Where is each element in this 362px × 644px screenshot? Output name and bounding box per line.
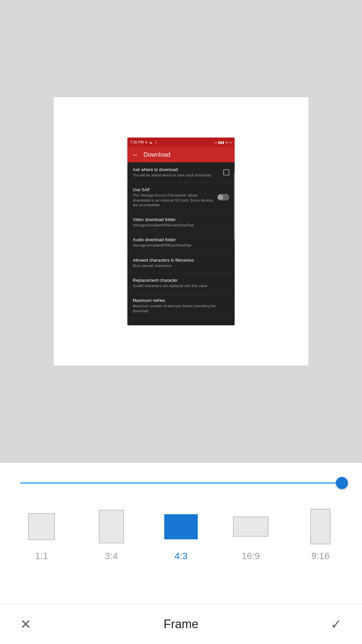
bottom-bar: ✕ Frame ✓	[0, 604, 362, 644]
app-toolbar: ← Download	[127, 147, 235, 162]
settings-item-title-audio: Audio download folder	[133, 237, 226, 242]
scrollbar	[234, 162, 235, 325]
aspect-item-16-9[interactable]: 16:9	[231, 506, 271, 561]
settings-item-ask-where[interactable]: Ask where to download You will be asked …	[127, 162, 235, 182]
status-refresh-icon: ↻	[145, 141, 148, 144]
frame-title: Frame	[164, 617, 198, 631]
aspect-item-4-3[interactable]: 4:3	[161, 506, 201, 561]
cancel-button[interactable]: ✕	[20, 616, 32, 632]
settings-item-content-audio: Audio download folder /storage/emulated/…	[133, 237, 229, 248]
aspect-box-wrapper-4-3	[161, 506, 201, 547]
toolbar-title: Download	[143, 151, 170, 158]
aspect-box-16-9	[233, 517, 268, 537]
settings-item-content-chars: Allowed characters in filenames Most spe…	[133, 258, 229, 268]
phone-screenshot: 7:36 PM ↻ ▲ ☽ ▭ ▮▮▮ ≋ ▭ ← Download	[127, 138, 235, 325]
aspect-box-4-3	[164, 514, 198, 539]
aspect-item-9-16[interactable]: 9:16	[300, 506, 341, 561]
bottom-controls: 1:1 3:4 4:3 16:9 9:1	[0, 463, 362, 644]
settings-item-audio-folder[interactable]: Audio download folder /storage/emulated/…	[127, 232, 235, 253]
aspect-box-1-1	[28, 513, 55, 540]
confirm-button[interactable]: ✓	[330, 616, 342, 632]
settings-item-subtitle-replace: Invalid characters are replaced with thi…	[133, 283, 226, 288]
aspect-box-wrapper-3-4	[91, 506, 131, 547]
settings-item-title-video: Video download folder	[133, 217, 226, 222]
status-cast-icon: ▭	[214, 141, 217, 144]
status-bar: 7:36 PM ↻ ▲ ☽ ▭ ▮▮▮ ≋ ▭	[127, 138, 235, 147]
settings-item-content: Ask where to download You will be asked …	[133, 167, 223, 177]
settings-item-title-retries: Maximum retries	[133, 298, 226, 303]
settings-item-title-chars: Allowed characters in filenames	[133, 258, 226, 263]
aspect-item-3-4[interactable]: 3:4	[91, 506, 131, 561]
aspect-label-1-1: 1:1	[35, 551, 48, 561]
ask-where-checkbox[interactable]	[223, 169, 229, 175]
settings-item-max-retries[interactable]: Maximum retries Maximum number of attemp…	[127, 293, 235, 318]
settings-item-title-saf: Use SAF	[133, 187, 214, 192]
aspect-label-4-3: 4:3	[175, 551, 188, 561]
canvas-area: 7:36 PM ↻ ▲ ☽ ▭ ▮▮▮ ≋ ▭ ← Download	[0, 0, 362, 463]
settings-item-subtitle-saf: The 'Storage Access Framework' allows do…	[133, 193, 214, 207]
settings-item-title-replace: Replacement character	[133, 278, 226, 283]
preview-frame: 7:36 PM ↻ ▲ ☽ ▭ ▮▮▮ ≋ ▭ ← Download	[54, 97, 308, 366]
settings-item-use-saf[interactable]: Use SAF The 'Storage Access Framework' a…	[127, 182, 235, 212]
status-battery-icon: ▭	[229, 141, 232, 144]
settings-item-content-saf: Use SAF The 'Storage Access Framework' a…	[133, 187, 217, 207]
status-time: 7:36 PM	[130, 140, 144, 144]
status-bar-left: 7:36 PM ↻ ▲ ☽	[130, 140, 157, 144]
settings-item-content-retries: Maximum retries Maximum number of attemp…	[133, 298, 229, 313]
settings-item-subtitle-video: /storage/emulated/0/Movies/NewPipe	[133, 223, 226, 227]
aspect-label-3-4: 3:4	[105, 551, 118, 561]
aspect-box-wrapper-16-9	[231, 506, 271, 547]
settings-item-content-replace: Replacement character Invalid characters…	[133, 278, 229, 288]
use-saf-toggle[interactable]	[217, 194, 229, 201]
settings-list[interactable]: Ask where to download You will be asked …	[127, 162, 235, 325]
settings-item-replacement-char[interactable]: Replacement character Invalid characters…	[127, 273, 235, 293]
aspect-item-1-1[interactable]: 1:1	[21, 506, 62, 561]
settings-item-allowed-chars[interactable]: Allowed characters in filenames Most spe…	[127, 253, 235, 273]
aspect-label-16-9: 16:9	[242, 551, 260, 561]
aspect-label-9-16: 9:16	[311, 551, 330, 561]
settings-item-subtitle-audio: /storage/emulated/0/Music/NewPipe	[133, 243, 226, 248]
status-alert-icon: ▲	[149, 141, 153, 144]
aspect-ratio-row: 1:1 3:4 4:3 16:9 9:1	[0, 506, 362, 561]
status-moon-icon: ☽	[154, 141, 157, 144]
slider-container[interactable]	[20, 476, 342, 490]
settings-item-video-folder[interactable]: Video download folder /storage/emulated/…	[127, 212, 235, 232]
scrollbar-thumb	[234, 172, 235, 239]
status-bar-right: ▭ ▮▮▮ ≋ ▭	[214, 141, 232, 144]
settings-item-content-video: Video download folder /storage/emulated/…	[133, 217, 229, 227]
settings-item-subtitle-chars: Most special characters	[133, 263, 226, 268]
settings-item-subtitle-retries: Maximum number of attempts before cancel…	[133, 304, 226, 313]
settings-item-title: Ask where to download	[133, 167, 220, 172]
status-wifi-icon: ≋	[225, 141, 228, 144]
slider-track[interactable]	[20, 482, 342, 484]
aspect-box-wrapper-1-1	[21, 506, 62, 547]
aspect-box-wrapper-9-16	[300, 506, 341, 547]
back-button[interactable]: ←	[132, 151, 139, 159]
settings-item-subtitle: You will be asked where to save each dow…	[133, 173, 220, 177]
status-signal-icon: ▮▮▮	[218, 141, 224, 144]
aspect-box-9-16	[310, 509, 330, 544]
toggle-thumb	[218, 195, 223, 200]
aspect-box-3-4	[99, 510, 124, 543]
slider-thumb[interactable]	[336, 477, 348, 489]
